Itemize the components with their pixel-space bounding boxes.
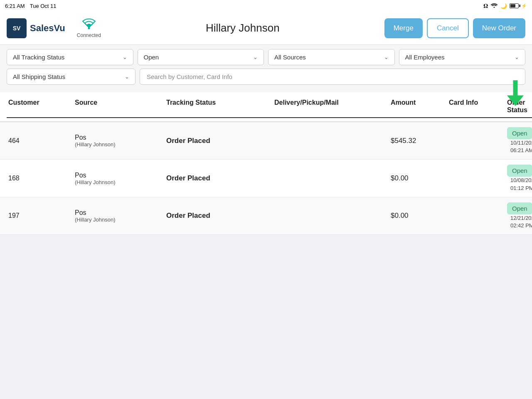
status-badge: Open — [507, 127, 532, 139]
logo-container: SV SalesVu — [7, 18, 65, 38]
wifi-status-icon — [490, 3, 498, 9]
arrow-down-icon — [507, 79, 524, 108]
orders-table: 464 Pos (Hillary Johnson) Order Placed $… — [0, 122, 532, 235]
cell-delivery — [273, 136, 389, 146]
cell-amount: $0.00 — [389, 169, 447, 187]
tracking-status-label: All Tracking Status — [13, 54, 64, 61]
new-order-button[interactable]: New Order — [473, 18, 525, 38]
moon-icon: 🌙 — [500, 3, 507, 9]
cell-tracking-status: Order Placed — [165, 132, 273, 150]
status-badge: Open — [507, 165, 532, 177]
employees-label: All Employees — [405, 54, 445, 61]
chevron-down-icon: ⌄ — [123, 54, 127, 60]
cell-source: Pos (Hillary Johnson) — [73, 129, 165, 153]
col-delivery: Delivery/Pickup/Mail — [273, 96, 389, 118]
scroll-arrow — [507, 81, 524, 106]
search-button[interactable]: Search by Customer, Card Info — [140, 69, 525, 85]
cell-amount: $545.32 — [389, 132, 447, 150]
cell-order-status: Open 10/11/2022 06:21 AM — [505, 122, 532, 159]
status-time: 6:21 AM — [5, 3, 25, 9]
cell-customer: 464 — [7, 132, 73, 150]
cancel-button[interactable]: Cancel — [427, 18, 469, 38]
sources-label: All Sources — [274, 54, 306, 61]
cell-card-info — [447, 136, 505, 146]
status-bar: 6:21 AM Tue Oct 11 𝛀 🌙 ⚡ — [0, 0, 532, 12]
order-status-label: Open — [144, 54, 159, 61]
cell-source: Pos (Hillary Johnson) — [73, 204, 165, 228]
page-title: Hillary Johnson — [108, 22, 378, 34]
cell-order-status: Open 10/08/2022 01:12 PM — [505, 160, 532, 197]
cell-tracking-status: Order Placed — [165, 207, 273, 225]
employees-filter[interactable]: All Employees ⌄ — [399, 49, 526, 65]
chevron-down-icon: ⌄ — [253, 54, 258, 60]
cell-customer: 168 — [7, 170, 73, 187]
svg-point-0 — [88, 27, 90, 29]
shipping-status-label: All Shipping Status — [13, 73, 65, 80]
search-placeholder: Search by Customer, Card Info — [147, 73, 232, 80]
cell-order-status: Open 12/21/2021 02:42 PM — [505, 197, 532, 234]
table-row[interactable]: 464 Pos (Hillary Johnson) Order Placed $… — [0, 122, 532, 160]
svg-rect-1 — [513, 80, 518, 96]
wifi-connected-icon — [81, 18, 97, 32]
logo-abbr: SV — [13, 25, 21, 32]
header-buttons: Merge Cancel New Order — [384, 18, 525, 38]
filters-row-1: All Tracking Status ⌄ Open ⌄ All Sources… — [7, 49, 525, 65]
chevron-down-icon: ⌄ — [125, 74, 129, 80]
svg-marker-2 — [507, 96, 524, 106]
table-row[interactable]: 168 Pos (Hillary Johnson) Order Placed $… — [0, 160, 532, 197]
col-action — [529, 96, 532, 118]
cell-card-info — [447, 211, 505, 221]
filters-row-2: All Shipping Status ⌄ Search by Customer… — [7, 69, 525, 85]
cell-amount: $0.00 — [389, 207, 447, 225]
col-tracking-status: Tracking Status — [165, 96, 273, 118]
sources-filter[interactable]: All Sources ⌄ — [268, 49, 395, 65]
battery-icon — [510, 3, 519, 8]
cell-delivery — [273, 211, 389, 221]
filters-section: All Tracking Status ⌄ Open ⌄ All Sources… — [0, 45, 532, 92]
wifi-icon: 𝛀 — [483, 2, 488, 10]
status-date: Tue Oct 11 — [30, 3, 57, 9]
wifi-connected: Connected — [77, 18, 101, 38]
col-source: Source — [73, 96, 165, 118]
col-card-info: Card Info — [447, 96, 505, 118]
cell-source: Pos (Hillary Johnson) — [73, 167, 165, 190]
cell-delivery — [273, 173, 389, 183]
connected-label: Connected — [77, 32, 101, 38]
tracking-status-filter[interactable]: All Tracking Status ⌄ — [7, 49, 133, 65]
logo-text: SalesVu — [30, 23, 65, 34]
shipping-status-filter[interactable]: All Shipping Status ⌄ — [7, 69, 135, 85]
merge-button[interactable]: Merge — [384, 18, 423, 38]
chevron-down-icon: ⌄ — [384, 54, 389, 60]
cell-customer: 197 — [7, 207, 73, 224]
table-row[interactable]: 197 Pos (Hillary Johnson) Order Placed $… — [0, 197, 532, 235]
charging-icon: ⚡ — [521, 3, 527, 9]
table-header: Customer Source Tracking Status Delivery… — [0, 92, 532, 122]
status-badge: Open — [507, 202, 532, 214]
col-customer: Customer — [7, 96, 73, 118]
chevron-down-icon: ⌄ — [515, 54, 519, 60]
col-amount: Amount — [389, 96, 447, 118]
header: SV SalesVu Connected Hillary Johnson Mer… — [0, 12, 532, 45]
cell-tracking-status: Order Placed — [165, 169, 273, 187]
logo-box: SV — [7, 18, 27, 38]
order-status-filter[interactable]: Open ⌄ — [138, 49, 264, 65]
cell-card-info — [447, 173, 505, 183]
